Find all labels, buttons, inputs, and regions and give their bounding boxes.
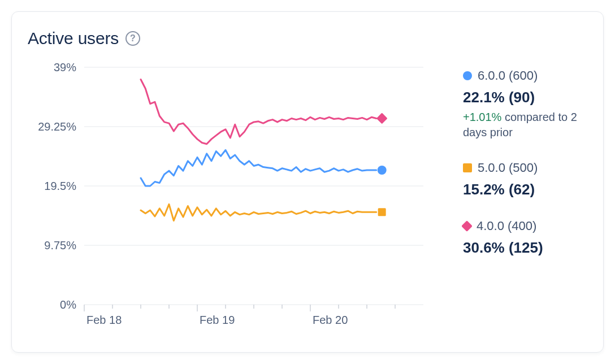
card-body: 39%29.25%19.5%9.75%0%Feb 18Feb 19Feb 20 … xyxy=(28,62,587,333)
line-chart: 39%29.25%19.5%9.75%0%Feb 18Feb 19Feb 20 xyxy=(28,62,446,333)
legend-series-name: 6.0.0 (600) xyxy=(478,68,538,83)
legend-series-name: 4.0.0 (400) xyxy=(477,219,536,233)
legend-header: 4.0.0 (400) xyxy=(463,219,587,233)
svg-text:39%: 39% xyxy=(54,62,76,73)
legend-value: 15.2% (62) xyxy=(463,181,587,198)
legend-item[interactable]: 5.0.0 (500) 15.2% (62) xyxy=(463,161,587,198)
svg-text:Feb 20: Feb 20 xyxy=(313,314,348,326)
svg-text:19.5%: 19.5% xyxy=(44,180,76,192)
svg-text:Feb 18: Feb 18 xyxy=(86,314,122,326)
legend-series-name: 5.0.0 (500) xyxy=(478,161,538,175)
legend-delta: +1.01% compared to 2 days prior xyxy=(463,110,587,140)
card-header: Active users ? xyxy=(28,29,587,48)
square-marker-icon xyxy=(463,163,472,172)
diamond-marker-icon xyxy=(461,220,473,232)
svg-rect-26 xyxy=(378,208,386,216)
svg-point-25 xyxy=(378,166,387,175)
legend-header: 5.0.0 (500) xyxy=(463,161,587,175)
svg-text:29.25%: 29.25% xyxy=(38,120,76,133)
legend-item[interactable]: 6.0.0 (600) 22.1% (90) +1.01% compared t… xyxy=(463,68,587,140)
svg-text:Feb 19: Feb 19 xyxy=(200,314,235,326)
chart-area: 39%29.25%19.5%9.75%0%Feb 18Feb 19Feb 20 xyxy=(28,62,446,333)
help-icon[interactable]: ? xyxy=(125,31,140,46)
circle-marker-icon xyxy=(463,71,472,80)
card-title: Active users xyxy=(28,29,119,48)
legend-header: 6.0.0 (600) xyxy=(463,68,587,83)
active-users-card: Active users ? 39%29.25%19.5%9.75%0%Feb … xyxy=(11,11,604,353)
svg-text:0%: 0% xyxy=(60,298,76,311)
legend-value: 30.6% (125) xyxy=(463,239,587,257)
legend-value: 22.1% (90) xyxy=(463,89,587,106)
svg-rect-27 xyxy=(376,113,388,124)
legend-item[interactable]: 4.0.0 (400) 30.6% (125) xyxy=(463,219,587,257)
svg-text:9.75%: 9.75% xyxy=(44,239,76,252)
chart-legend: 6.0.0 (600) 22.1% (90) +1.01% compared t… xyxy=(452,62,587,333)
